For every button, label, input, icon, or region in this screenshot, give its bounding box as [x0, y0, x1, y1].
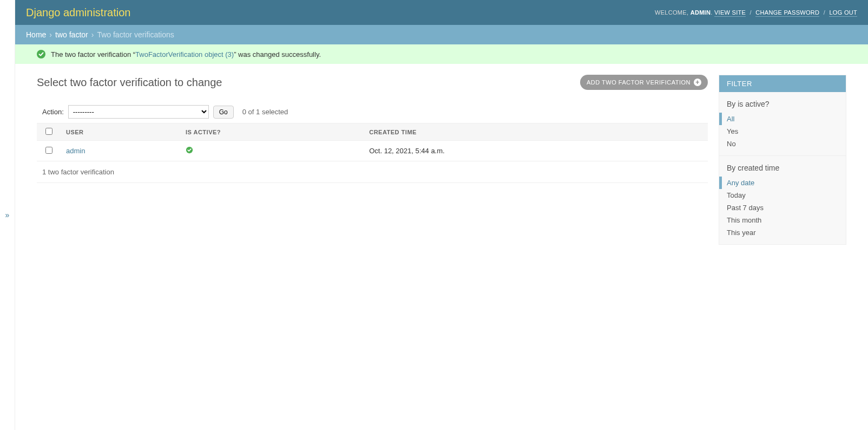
filter-option[interactable]: Any date	[719, 177, 846, 189]
filter-option[interactable]: Yes	[719, 125, 846, 138]
filter-panel: FILTER By is active?AllYesNoBy created t…	[719, 75, 846, 245]
active-true-icon	[186, 147, 193, 155]
view-site-link[interactable]: VIEW SITE	[714, 9, 746, 17]
success-icon	[37, 50, 45, 58]
filter-option[interactable]: All	[719, 113, 846, 125]
expand-sidebar-icon[interactable]: »	[5, 211, 10, 219]
breadcrumb-app[interactable]: two factor	[55, 30, 88, 39]
selection-count: 0 of 1 selected	[242, 108, 288, 116]
username: ADMIN	[691, 9, 711, 16]
welcome-label: WELCOME,	[655, 9, 688, 16]
breadcrumb-home[interactable]: Home	[26, 30, 46, 39]
filter-option[interactable]: Today	[719, 189, 846, 201]
action-label: Action:	[42, 108, 64, 116]
breadcrumb: Home › two factor › Two factor verificat…	[15, 25, 868, 44]
user-links: WELCOME, ADMIN. VIEW SITE / CHANGE PASSW…	[655, 9, 857, 16]
filter-section-title: By created time	[719, 160, 846, 175]
add-button-label: ADD TWO FACTOR VERIFICATION	[587, 79, 691, 86]
filter-option[interactable]: No	[719, 138, 846, 150]
action-bar: Action: --------- Go 0 of 1 selected	[37, 101, 708, 123]
page-title: Select two factor verification to change	[37, 76, 222, 89]
logout-link[interactable]: LOG OUT	[829, 9, 857, 17]
filter-title: FILTER	[719, 75, 846, 92]
nav-sidebar-collapsed: »	[0, 0, 15, 430]
paginator: 1 two factor verification	[37, 161, 708, 183]
row-user-link[interactable]: admin	[66, 147, 85, 155]
action-select[interactable]: ---------	[68, 105, 209, 119]
top-header: Django administration WELCOME, ADMIN. VI…	[15, 0, 868, 25]
table-row: adminOct. 12, 2021, 5:44 a.m.	[37, 141, 708, 161]
success-suffix: ” was changed successfully.	[234, 50, 321, 58]
change-password-link[interactable]: CHANGE PASSWORD	[755, 9, 819, 17]
filter-option[interactable]: This year	[719, 226, 846, 239]
add-button[interactable]: ADD TWO FACTOR VERIFICATION +	[580, 75, 708, 90]
row-created: Oct. 12, 2021, 5:44 a.m.	[364, 141, 708, 161]
changelist-table: USER IS ACTIVE? CREATED TIME adminOct. 1…	[37, 123, 708, 161]
breadcrumb-current: Two factor verifications	[97, 30, 174, 39]
select-all-checkbox[interactable]	[45, 128, 52, 135]
success-prefix: The two factor verification “	[51, 50, 135, 58]
filter-option[interactable]: Past 7 days	[719, 201, 846, 214]
col-created[interactable]: CREATED TIME	[364, 123, 708, 141]
col-is-active[interactable]: IS ACTIVE?	[180, 123, 364, 141]
plus-icon: +	[694, 79, 701, 86]
success-message: The two factor verification “TwoFactorVe…	[15, 44, 868, 64]
col-user[interactable]: USER	[61, 123, 180, 141]
filter-option[interactable]: This month	[719, 214, 846, 226]
filter-section-title: By is active?	[719, 96, 846, 112]
row-checkbox[interactable]	[45, 147, 52, 154]
success-object-link[interactable]: TwoFactorVerification object (3)	[135, 50, 234, 58]
go-button[interactable]: Go	[213, 106, 234, 119]
site-brand[interactable]: Django administration	[26, 6, 130, 19]
